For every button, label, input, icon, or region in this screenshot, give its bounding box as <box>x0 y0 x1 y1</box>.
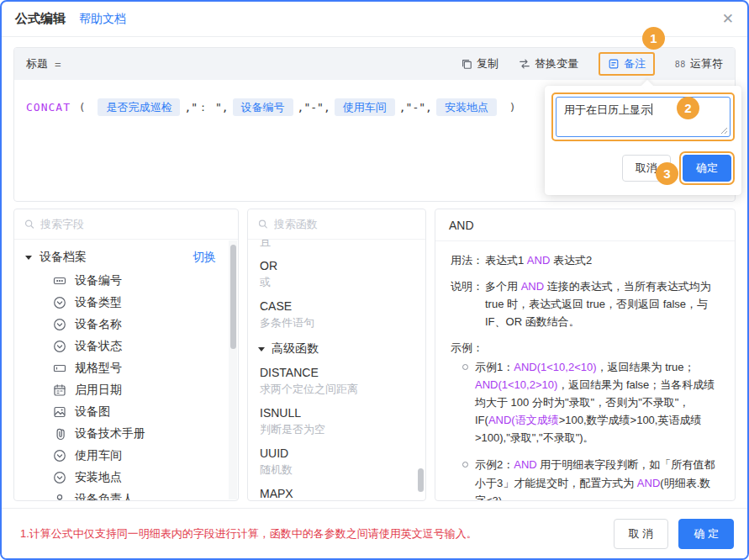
operators-icon: 88 <box>675 60 686 69</box>
search-icon <box>258 219 268 230</box>
dialog-header: 公式编辑 帮助文档 ✕ <box>2 2 747 37</box>
fields-group-label: 设备档案 <box>40 250 87 265</box>
text-field-icon <box>53 362 66 375</box>
swap-icon <box>519 58 530 70</box>
doc-example: 示例2：AND 用于明细表字段判断，如「所有值都小于3」才能提交时，配置方式为 … <box>461 456 720 501</box>
cancel-button[interactable]: 取 消 <box>614 519 669 549</box>
step-3-badge: 3 <box>656 162 678 185</box>
function-item-subtitle-clipped: 且 <box>260 240 414 250</box>
function-doc-panel: AND 用法： 表达式1 AND 表达式2 说明： 多个用 AND 连接的表达式… <box>435 209 736 501</box>
dialog-footer: 1.计算公式中仅支持同一明细表内的字段进行计算，函数中的各参数之间请使用英文逗号… <box>2 508 747 558</box>
field-item[interactable]: 设备状态 <box>23 335 229 357</box>
fields-panel: 设备档案 切换 设备编号 设备类型 设备名称 设备状态 <box>13 209 239 501</box>
field-item[interactable]: 规格型号 <box>23 357 229 379</box>
step-2-badge: 2 <box>677 97 699 119</box>
field-item[interactable]: 设备图 <box>23 401 229 423</box>
field-item[interactable]: 设备名称 <box>23 314 229 335</box>
doc-title: AND <box>435 209 735 241</box>
caret-down-icon <box>25 256 32 260</box>
note-textarea[interactable]: 用于在日历上显示 <box>556 97 731 137</box>
field-item[interactable]: 设备类型 <box>23 292 229 314</box>
fields-tree: 设备档案 切换 设备编号 设备类型 设备名称 设备状态 <box>14 240 238 501</box>
panels-row: 设备档案 切换 设备编号 设备类型 设备名称 设备状态 <box>13 209 736 501</box>
note-confirm-highlight-frame: 确定 <box>679 151 735 185</box>
functions-search-input[interactable] <box>274 218 415 230</box>
help-doc-link[interactable]: 帮助文档 <box>79 12 126 27</box>
target-field-label: 标题 <box>26 56 48 71</box>
note-popup-buttons: 取消 确定 <box>551 151 735 185</box>
functions-group-row[interactable]: 高级函数 <box>258 341 414 357</box>
functions-list: 且 OR 或 CASE 多条件语句 高级函数 DISTANCE 求两个定位之间距… <box>248 240 425 501</box>
switch-link[interactable]: 切换 <box>193 250 216 265</box>
image-field-icon <box>53 405 66 419</box>
fields-group-row[interactable]: 设备档案 切换 <box>23 245 229 270</box>
select-field-icon <box>53 471 66 484</box>
function-item[interactable]: UUID 随机数 <box>260 445 414 478</box>
field-item[interactable]: 使用车间 <box>23 445 229 467</box>
note-popup: 用于在日历上显示 取消 确定 <box>545 86 741 195</box>
select-field-icon <box>53 449 66 462</box>
close-icon[interactable]: ✕ <box>722 12 734 26</box>
text-caret <box>651 103 652 115</box>
field-item[interactable]: 设备负责人 <box>23 489 229 501</box>
doc-example: 示例1：AND(1<10,2<10)，返回结果为 true；AND(1<10,2… <box>461 358 720 446</box>
note-highlight-frame: 用于在日历上显示 <box>551 92 735 141</box>
fields-search-input[interactable] <box>40 218 228 230</box>
doc-examples-label: 示例： <box>451 339 720 357</box>
search-icon <box>24 219 34 230</box>
step-1-badge: 1 <box>642 27 665 50</box>
field-item[interactable]: 启用日期 <box>23 379 229 401</box>
function-item[interactable]: OR 或 <box>260 257 414 290</box>
formula-editor-dialog: 公式编辑 帮助文档 ✕ 标题 = 复制 替换变量 备注 <box>0 0 749 560</box>
attachment-field-icon <box>53 427 66 441</box>
select-field-icon <box>53 340 66 353</box>
doc-examples-list: 示例1：AND(1<10,2<10)，返回结果为 true；AND(1<10,2… <box>451 358 720 501</box>
function-item[interactable]: DISTANCE 求两个定位之间距离 <box>260 364 414 397</box>
functions-scrollbar-thumb[interactable] <box>418 468 424 492</box>
resize-grip-icon[interactable] <box>720 127 728 135</box>
field-item[interactable]: 设备技术手册 <box>23 423 229 445</box>
select-field-icon <box>53 318 66 331</box>
doc-body: 用法： 表达式1 AND 表达式2 说明： 多个用 AND 连接的表达式，当所有… <box>435 241 735 501</box>
member-field-icon <box>53 493 66 501</box>
fields-search <box>14 209 238 240</box>
editor-toolbar: 标题 = 复制 替换变量 备注 88 运算符 <box>14 48 735 80</box>
equals-sign: = <box>55 58 61 71</box>
caret-down-icon <box>258 347 265 351</box>
function-item[interactable]: CASE 多条件语句 <box>260 298 414 330</box>
copy-button[interactable]: 复制 <box>461 56 498 71</box>
date-field-icon <box>53 383 66 397</box>
field-item[interactable]: 设备编号 <box>23 270 229 292</box>
field-item[interactable]: 安装地点 <box>23 467 229 489</box>
id-field-icon <box>53 274 66 288</box>
confirm-button[interactable]: 确 定 <box>678 519 734 549</box>
doc-usage: 用法： 表达式1 AND 表达式2 <box>451 251 720 269</box>
copy-icon <box>461 58 472 70</box>
dialog-title: 公式编辑 <box>15 11 66 27</box>
toolbar-actions: 复制 替换变量 备注 88 运算符 <box>461 52 723 76</box>
function-item[interactable]: MAPX 跨表取数 <box>260 485 414 501</box>
functions-panel: 且 OR 或 CASE 多条件语句 高级函数 DISTANCE 求两个定位之间距… <box>247 209 426 501</box>
note-text: 用于在日历上显示 <box>564 103 651 116</box>
operators-button[interactable]: 88 运算符 <box>675 56 723 71</box>
note-confirm-button[interactable]: 确定 <box>683 155 731 182</box>
select-field-icon <box>53 296 66 309</box>
note-button[interactable]: 备注 <box>599 52 655 76</box>
note-icon <box>608 58 620 70</box>
functions-search <box>248 209 425 240</box>
function-item[interactable]: ISNULL 判断是否为空 <box>260 404 414 437</box>
doc-description: 说明： 多个用 AND 连接的表达式，当所有表达式均为 true 时，表达式返回… <box>451 277 720 330</box>
replace-variable-button[interactable]: 替换变量 <box>519 56 578 71</box>
fields-scrollbar-thumb[interactable] <box>230 245 236 349</box>
footer-warning-text: 1.计算公式中仅支持同一明细表内的字段进行计算，函数中的各参数之间请使用英文逗号… <box>20 526 604 542</box>
